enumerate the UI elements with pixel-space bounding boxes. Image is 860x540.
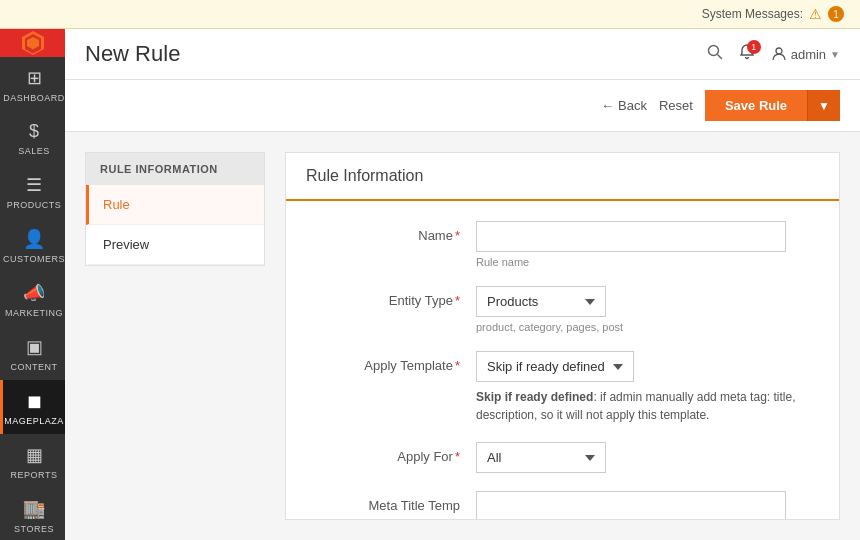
marketing-icon: 📣 [23,282,45,304]
form-row-apply-template: Apply Template* Skip if ready defined Fo… [316,351,809,424]
sidebar-item-sales[interactable]: $ Sales [0,111,65,164]
sidebar-label-customers: Customers [3,254,65,264]
header-actions: 1 admin ▼ [707,44,840,64]
entity-type-select[interactable]: Products Category Pages Post [476,286,606,317]
meta-title-input[interactable] [476,491,786,520]
sidebar-item-dashboard[interactable]: ⊞ Dashboard [0,57,65,111]
customers-icon: 👤 [23,228,45,250]
form-row-meta-title: Meta Title Temp [316,491,809,520]
admin-user-label: admin [791,47,826,62]
apply-template-field-wrapper: Skip if ready defined Force apply Skip i… [476,351,809,424]
apply-template-required: * [455,358,460,373]
svg-point-0 [708,46,718,56]
meta-title-label: Meta Title Temp [316,491,476,513]
form-body: Name* Rule name Entity Type* [286,201,839,520]
sidebar-label-content: Content [11,362,58,372]
svg-point-2 [776,48,782,54]
user-icon [771,46,787,62]
sidebar-label-dashboard: Dashboard [3,93,65,103]
page-header: New Rule 1 [65,29,860,80]
sales-icon: $ [29,121,39,142]
back-label: Back [618,98,647,113]
form-row-name: Name* Rule name [316,221,809,268]
save-rule-group: Save Rule ▼ [705,90,840,121]
form-header: Rule Information [286,153,839,201]
sidebar-item-stores[interactable]: 🏬 Stores [0,488,65,540]
logo[interactable] [0,29,65,57]
system-message-bar: System Messages: ⚠ 1 [0,0,860,29]
entity-type-required: * [455,293,460,308]
chevron-down-icon: ▼ [830,49,840,60]
name-hint: Rule name [476,256,809,268]
search-button[interactable] [707,44,723,64]
save-rule-button[interactable]: Save Rule [705,90,807,121]
form-row-entity-type: Entity Type* Products Category Pages Pos… [316,286,809,333]
form-row-apply-for: Apply For* All [316,442,809,473]
sidebar-label-sales: Sales [18,146,50,156]
notifications-button[interactable]: 1 [739,44,755,64]
sidebar-item-products[interactable]: ☰ Products [0,164,65,218]
sidebar-label-marketing: Marketing [5,308,63,318]
apply-for-select[interactable]: All [476,442,606,473]
apply-for-field-wrapper: All [476,442,809,473]
sidebar-item-mageplaza[interactable]: ◼ Mageplaza [0,380,65,434]
warning-icon: ⚠ [809,6,822,22]
dashboard-icon: ⊞ [27,67,42,89]
entity-type-hint: product, category, pages, post [476,321,809,333]
products-icon: ☰ [26,174,42,196]
system-message-label: System Messages: [702,7,803,21]
content-icon: ▣ [26,336,43,358]
save-dropdown-arrow: ▼ [818,99,830,113]
back-button[interactable]: ← Back [601,98,647,113]
name-input[interactable] [476,221,786,252]
apply-template-label: Apply Template* [316,351,476,373]
sidebar-item-marketing[interactable]: 📣 Marketing [0,272,65,326]
entity-type-field-wrapper: Products Category Pages Post product, ca… [476,286,809,333]
left-panel-preview-label: Preview [103,237,149,252]
entity-type-label: Entity Type* [316,286,476,308]
save-rule-dropdown-button[interactable]: ▼ [807,90,840,121]
left-panel-rule-label: Rule [103,197,130,212]
sidebar-label-reports: Reports [11,470,58,480]
name-field-wrapper: Rule name [476,221,809,268]
form-area: Rule Information Name* Rule name [285,152,840,520]
apply-template-hint: Skip if ready defined: if admin manually… [476,388,809,424]
body-content: Rule Information Rule Preview Rule Infor… [65,132,860,540]
magento-logo [19,29,47,57]
system-message-badge: 1 [828,6,844,22]
svg-line-1 [717,55,722,60]
sidebar-item-customers[interactable]: 👤 Customers [0,218,65,272]
apply-for-required: * [455,449,460,464]
apply-template-select[interactable]: Skip if ready defined Force apply [476,351,634,382]
reports-icon: ▦ [26,444,43,466]
name-required: * [455,228,460,243]
sidebar-label-products: Products [7,200,62,210]
left-panel: Rule Information Rule Preview [85,152,265,266]
sidebar-label-mageplaza: Mageplaza [4,416,64,426]
apply-template-hint-bold: Skip if ready defined [476,390,593,404]
toolbar: ← Back Reset Save Rule ▼ [65,80,860,132]
search-icon [707,44,723,60]
sidebar-item-content[interactable]: ▣ Content [0,326,65,380]
page-title: New Rule [85,41,180,67]
left-panel-heading: Rule Information [86,153,264,185]
left-panel-item-rule[interactable]: Rule [86,185,264,225]
notifications-badge: 1 [747,40,761,54]
apply-for-label: Apply For* [316,442,476,464]
meta-title-field-wrapper [476,491,809,520]
sidebar: ⊞ Dashboard $ Sales ☰ Products 👤 Custome… [0,29,65,540]
mageplaza-icon: ◼ [27,390,42,412]
left-panel-item-preview[interactable]: Preview [86,225,264,265]
admin-user-menu[interactable]: admin ▼ [771,46,840,62]
reset-button[interactable]: Reset [659,98,693,113]
name-label: Name* [316,221,476,243]
sidebar-item-reports[interactable]: ▦ Reports [0,434,65,488]
sidebar-label-stores: Stores [14,524,54,534]
back-arrow-icon: ← [601,98,614,113]
stores-icon: 🏬 [23,498,45,520]
